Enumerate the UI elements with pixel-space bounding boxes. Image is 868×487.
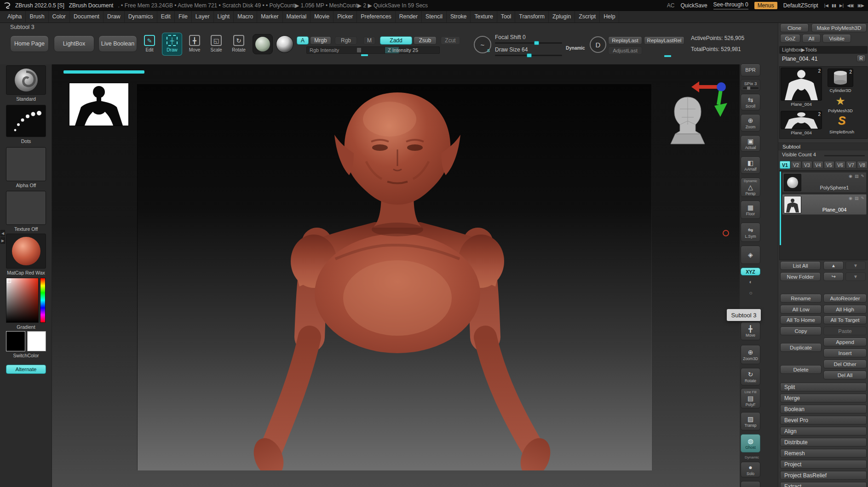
- menu-item[interactable]: Brush: [26, 11, 48, 23]
- paste-button[interactable]: Paste: [823, 327, 867, 335]
- menu-item[interactable]: Preferences: [357, 11, 395, 23]
- replay-last-button[interactable]: ReplayLast: [608, 36, 642, 45]
- zsub-toggle[interactable]: Zsub: [414, 36, 437, 45]
- menu-item[interactable]: Transform: [515, 11, 549, 23]
- subtool-row-polysphere[interactable]: ◉ ▤ ✎ PolySphere1: [782, 172, 867, 193]
- scale-mode-button[interactable]: ◱ Scale: [206, 33, 226, 56]
- z-intensity-slider[interactable]: Z Intensity 25: [385, 46, 440, 54]
- menu-item[interactable]: Help: [600, 11, 619, 23]
- color-sv-box[interactable]: [6, 278, 39, 323]
- canvas-h-scrollbar[interactable]: [63, 70, 144, 74]
- dynamic-draw-size-toggle[interactable]: Dynamic: [566, 46, 585, 51]
- live-boolean-button[interactable]: Live Boolean: [98, 35, 137, 52]
- menu-item[interactable]: Picker: [333, 11, 357, 23]
- camera-head-preview[interactable]: [668, 94, 707, 146]
- visibility-eye-icon[interactable]: ◉: [849, 196, 852, 201]
- subtool-visibility-tab[interactable]: V5: [824, 161, 834, 169]
- draw-mode-button[interactable]: ┼ Draw: [162, 33, 182, 56]
- rgb-intensity-nub[interactable]: [361, 54, 368, 56]
- goz-all-button[interactable]: All: [802, 34, 821, 43]
- local-button[interactable]: ◈: [741, 246, 760, 264]
- draw-size-handle[interactable]: [527, 53, 532, 57]
- move-to-folder-button[interactable]: ↪: [823, 272, 844, 281]
- subtool-visibility-tab[interactable]: V1: [780, 161, 790, 169]
- tool-item-simplebrush[interactable]: S SimpleBrush: [828, 113, 855, 134]
- menu-item[interactable]: Zscript: [575, 11, 600, 23]
- main-color-swatch[interactable]: [6, 331, 25, 351]
- subtool-subsection-header[interactable]: Distribute: [780, 438, 867, 447]
- menu-item[interactable]: Material: [283, 11, 311, 23]
- stroke-curve-button[interactable]: ~ S: [474, 36, 491, 53]
- menu-item[interactable]: Movie: [310, 11, 333, 23]
- current-material-widget[interactable]: MatCap Red Wax: [6, 234, 46, 275]
- xyz-symmetry-button[interactable]: XYZ: [741, 268, 760, 275]
- subtool-subsection-header[interactable]: Project BasRelief: [780, 471, 867, 480]
- subtool-subsection-header[interactable]: Extract: [780, 482, 867, 487]
- menu-item[interactable]: Color: [49, 11, 70, 23]
- r-button[interactable]: R: [857, 55, 866, 62]
- menu-item[interactable]: Document: [70, 11, 103, 23]
- subtool-visibility-tab[interactable]: V7: [846, 161, 857, 169]
- home-page-button[interactable]: Home Page: [10, 35, 49, 52]
- subtool-down-button[interactable]: ▼: [845, 261, 866, 270]
- menu-item[interactable]: Texture: [471, 11, 497, 23]
- menu-item[interactable]: Light: [214, 11, 234, 23]
- doc-shrink-icon[interactable]: ◀▣: [847, 3, 854, 8]
- menu-item[interactable]: Stencil: [422, 11, 447, 23]
- polypaint-icon[interactable]: ▤: [855, 174, 859, 178]
- current-brush-widget[interactable]: Standard: [6, 65, 46, 102]
- mirror-icon[interactable]: ◐: [745, 279, 757, 285]
- clone-button[interactable]: Clone: [780, 23, 809, 32]
- quicksave-button[interactable]: QuickSave: [681, 2, 707, 9]
- subtool-visibility-tab[interactable]: V6: [835, 161, 845, 169]
- move-mode-button[interactable]: ╋ Move: [184, 33, 205, 56]
- menu-item[interactable]: Render: [396, 11, 422, 23]
- color-picker-widget[interactable]: Gradient: [6, 278, 46, 330]
- focal-shift-track[interactable]: [495, 42, 562, 44]
- spix-slider[interactable]: SPix 3: [741, 79, 760, 91]
- collapse-right-icon[interactable]: ▶: [0, 237, 5, 244]
- polypaint-icon[interactable]: ▤: [855, 196, 859, 201]
- rgb-toggle[interactable]: Rgb: [335, 36, 357, 45]
- rgb-intensity-slider[interactable]: Rgb Intensity: [306, 46, 388, 54]
- zadd-toggle[interactable]: Zadd: [380, 36, 412, 45]
- hue-strip[interactable]: [40, 278, 46, 323]
- subtool-subsection-header[interactable]: Project: [780, 460, 867, 469]
- density-curve-button[interactable]: D: [590, 36, 606, 53]
- current-brush-button[interactable]: [253, 34, 273, 54]
- rename-button[interactable]: Rename: [780, 294, 822, 303]
- all-to-target-button[interactable]: All To Target: [823, 315, 867, 324]
- subtool-row-plane004[interactable]: ◉ ▤ ✎ Plane_004: [782, 194, 867, 215]
- bpr-button[interactable]: BPR: [741, 63, 760, 76]
- goz-button[interactable]: GoZ: [780, 34, 800, 43]
- zoom3d-button[interactable]: ⊕Zoom3D: [741, 345, 760, 364]
- mrgb-toggle[interactable]: Mrgb: [310, 36, 331, 45]
- edit-subtool-icon[interactable]: ✎: [861, 196, 864, 201]
- edit-mode-button[interactable]: ✎ Edit: [139, 33, 160, 56]
- solo-button[interactable]: ●Solo: [741, 462, 760, 477]
- dynamic-toggle[interactable]: Dynamic: [745, 455, 757, 459]
- menu-item[interactable]: Stroke: [447, 11, 471, 23]
- subtool-scrollbar[interactable]: [780, 172, 781, 245]
- ghost-button[interactable]: ◍Ghost: [741, 434, 760, 453]
- subtool-subsection-header[interactable]: Align: [780, 427, 867, 435]
- duplicate-button[interactable]: Duplicate: [780, 343, 822, 352]
- draw-size-track[interactable]: [495, 55, 562, 56]
- default-zscript-button[interactable]: DefaultZScript: [783, 2, 818, 9]
- all-low-button[interactable]: All Low: [780, 305, 822, 314]
- radial-icon[interactable]: ○: [745, 290, 757, 296]
- subtool-visibility-tab[interactable]: V8: [857, 161, 868, 169]
- lsym-button[interactable]: ⇋L.Sym: [741, 223, 760, 242]
- subtool-visibility-tab[interactable]: V4: [813, 161, 823, 169]
- menu-item[interactable]: Edit: [157, 11, 175, 23]
- floor-button[interactable]: ▦Floor: [741, 201, 760, 219]
- subtool-up-button[interactable]: ▲: [823, 261, 844, 270]
- replay-last-rel-button[interactable]: ReplayLastRel: [644, 36, 684, 45]
- menu-item[interactable]: Alpha: [4, 11, 26, 23]
- menu-item[interactable]: Draw: [103, 11, 125, 23]
- alternate-button[interactable]: Alternate: [6, 365, 46, 374]
- goz-visible-button[interactable]: Visible: [822, 34, 851, 43]
- zcut-toggle[interactable]: Zcut: [441, 36, 460, 45]
- del-other-button[interactable]: Del Other: [823, 360, 867, 368]
- subtool-subsection-header[interactable]: Split: [780, 383, 867, 391]
